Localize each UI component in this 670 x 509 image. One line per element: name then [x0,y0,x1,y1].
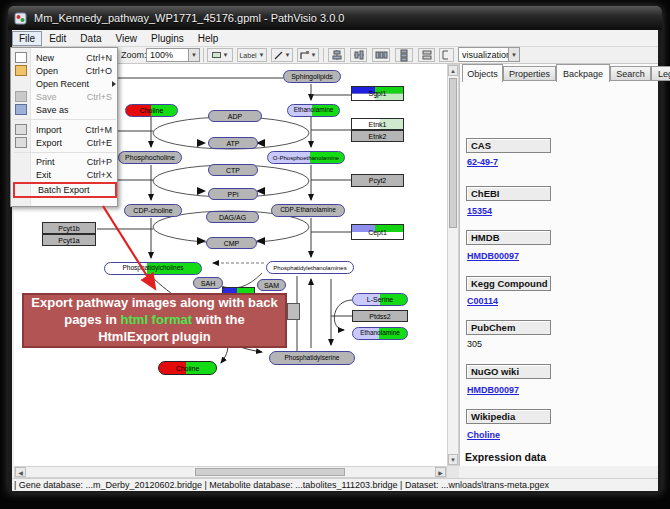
status-text: | Gene database: ...m_Derby_20120602.bri… [14,480,549,490]
node-ctp[interactable]: CTP [208,164,258,176]
zoom-value: 100% [147,50,188,60]
align-center-y-button[interactable] [350,48,367,62]
tab-search[interactable]: Search [610,66,651,81]
gene-sgpl1[interactable]: Sgpl1 [351,86,404,101]
menu-help[interactable]: Help [191,31,226,46]
menu-file[interactable]: File [12,31,42,46]
title-bar[interactable]: Mm_Kennedy_pathway_WP1771_45176.gpml - P… [8,6,662,30]
node-l-serine[interactable]: L-Serine [352,293,408,306]
node-sphingolipids[interactable]: Sphingolipids [283,70,341,83]
menu-shortcut: Ctrl+N [86,53,112,63]
distribute-vertical-button[interactable] [395,48,413,62]
tab-properties[interactable]: Properties [503,66,556,81]
menu-edit[interactable]: Edit [42,31,73,46]
node-atp[interactable]: ATP [208,137,258,149]
gene-ptdss2[interactable]: Ptdss2 [352,310,408,322]
menu-shortcut: Ctrl+S [87,92,112,102]
menu-item-export[interactable]: Export Ctrl+E [11,136,119,149]
menu-shortcut: Ctrl+E [87,138,112,148]
export-icon [15,137,27,148]
gene-cept1[interactable]: Cept1 [351,224,404,240]
tab-backpage[interactable]: Backpage [556,64,610,82]
hmdb-link[interactable]: HMDB00097 [467,251,519,261]
canvas-hscrollbar[interactable]: ◀ ▶ [14,466,447,478]
node-choline[interactable]: Choline [125,104,178,117]
menu-shortcut: Ctrl+M [85,125,112,135]
match-width-button[interactable] [418,48,435,62]
canvas-vscrollbar[interactable]: ▲ ▼ [447,64,459,466]
menu-shortcut: Ctrl+P [87,157,112,167]
node-sah[interactable]: SAH [193,277,223,289]
kegg-link[interactable]: C00114 [467,296,498,306]
nugo-link[interactable]: HMDB00097 [467,385,519,395]
section-nugo: NuGO wiki [466,364,551,379]
gene-etnk1[interactable]: Etnk1 [351,118,404,130]
gene-box-partial[interactable] [287,303,300,320]
node-phosphocholine[interactable]: Phosphocholine [118,151,182,164]
node-dag-ag[interactable]: DAG/AG [206,211,259,223]
menu-view[interactable]: View [108,31,144,46]
scroll-left-icon[interactable]: ◀ [15,467,26,477]
node-phosphatidylserine[interactable]: Phosphatidylserine [269,351,355,365]
chevron-down-icon: ▼ [259,52,265,58]
connector-tool-button[interactable]: ▼ [297,48,319,62]
scroll-right-icon[interactable]: ▶ [435,467,446,477]
wikipedia-link[interactable]: Choline [467,430,500,440]
match-height-button[interactable] [439,48,454,62]
hscroll-thumb[interactable] [195,468,345,476]
app-icon [14,12,27,25]
menu-item-batch-export[interactable]: Batch Export [13,182,117,198]
menu-item-save-as[interactable]: Save as [11,103,119,116]
node-cdp-choline[interactable]: CDP-choline [124,204,182,217]
menu-item-label: Exit [36,170,51,180]
align-center-x-icon [332,50,342,60]
align-center-x-button[interactable] [328,48,345,62]
scroll-down-icon[interactable]: ▼ [448,454,458,465]
gene-etnk2[interactable]: Etnk2 [351,130,404,142]
chebi-link[interactable]: 15354 [467,206,492,216]
tab-objects[interactable]: Objects [462,64,503,82]
menu-item-import[interactable]: Import Ctrl+M [11,123,119,136]
menu-item-open-recent[interactable]: Open Recent [11,77,119,90]
menu-item-open[interactable]: Open Ctrl+O [11,64,119,77]
gene-pcyt2[interactable]: Pcyt2 [351,174,404,187]
node-adp[interactable]: ADP [208,110,262,122]
node-ethanolamine-2[interactable]: Ethanolamine [352,327,408,340]
node-sam[interactable]: SAM [257,279,286,291]
chevron-down-icon[interactable]: ▼ [508,48,519,61]
tab-label: Objects [467,69,498,79]
gene-pcyt1a[interactable]: Pcyt1a [42,234,96,246]
menu-item-print[interactable]: Print Ctrl+P [11,155,119,168]
chevron-down-icon[interactable]: ▼ [188,49,199,61]
tab-legend[interactable]: Legend [651,66,670,81]
zoom-combobox[interactable]: 100% ▼ [146,48,200,62]
gene-pcyt1b[interactable]: Pcyt1b [42,222,96,234]
vscroll-thumb[interactable] [449,78,457,228]
visualization-combobox[interactable]: visualization ▼ [458,47,520,62]
menu-separator [14,119,116,120]
menu-plugins[interactable]: Plugins [144,31,191,46]
node-o-phosphoethanolamine[interactable]: O-Phosphoethanolamine [267,151,345,164]
menu-item-save[interactable]: Save Ctrl+S [11,90,119,103]
menu-data[interactable]: Data [73,31,108,46]
node-cdp-ethanolamine[interactable]: CDP-Ethanolamine [271,204,345,217]
gene-tool-button[interactable]: ▼ [207,48,233,62]
distribute-horizontal-button[interactable] [372,48,390,62]
node-choline-selected[interactable]: Choline [158,361,217,375]
gene-box-icon [212,52,221,58]
line-tool-button[interactable]: ▼ [271,48,293,62]
import-icon [15,124,27,135]
label-tool-button[interactable]: Label ▼ [237,48,267,62]
menu-item-label: Batch Export [38,185,90,195]
node-cmp[interactable]: CMP [206,237,257,249]
menu-item-exit[interactable]: Exit Ctrl+X [11,168,119,181]
node-ethanolamine[interactable]: Ethanolamine [287,104,340,117]
scroll-up-icon[interactable]: ▲ [448,65,458,76]
callout-highlight: html format [121,312,193,327]
node-ppi[interactable]: PPi [208,188,258,200]
node-phosphatidylethanolamines[interactable]: Phosphatidylethanolamines [266,261,354,274]
cas-link[interactable]: 62-49-7 [467,157,498,167]
menu-item-new[interactable]: New Ctrl+N [11,51,119,64]
file-menu-popup: New Ctrl+N Open Ctrl+O Open Recent Save … [10,47,118,207]
node-phosphatidylcholines[interactable]: Phosphatidylcholines [104,262,202,275]
